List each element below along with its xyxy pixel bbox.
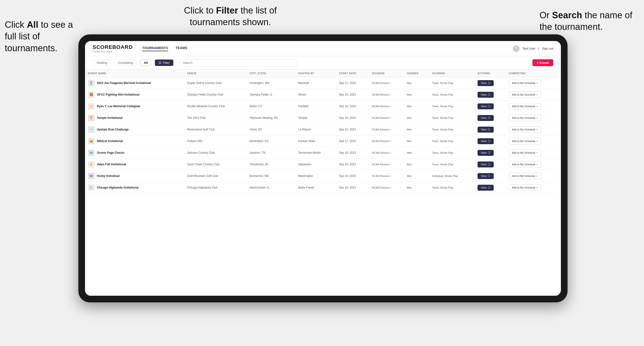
cell-division-7: NCAA Division I <box>369 159 404 170</box>
cell-competing-3: Add to My Schedule + <box>506 112 561 124</box>
col-venue: VENUE <box>184 69 247 77</box>
tablet-frame: SCOREBOARD Powered by clippd TOURNAMENTS… <box>78 34 568 302</box>
create-button[interactable]: + Create <box>532 59 553 66</box>
table-body: 🏌 2023 Joe Feaganes Marshall Invitationa… <box>85 77 561 193</box>
cell-hosted-3: Temple <box>295 112 336 124</box>
plus-icon-3: + <box>536 116 538 120</box>
cell-gender-2: Men <box>404 101 429 112</box>
user-label: Test User <box>522 47 536 50</box>
add-schedule-button-9[interactable]: Add to My Schedule + <box>509 184 542 191</box>
cell-division-8: NCAA Division I <box>369 170 404 182</box>
cell-event-name-9: C Chicago Highlands Invitational <box>85 182 184 193</box>
add-schedule-button-0[interactable]: Add to My Schedule + <box>509 80 542 86</box>
event-name-6: Grover Page Classic <box>97 151 125 154</box>
event-name-7: Valpo Fall Invitational <box>97 163 126 166</box>
add-schedule-button-8[interactable]: Add to My Schedule + <box>509 173 542 179</box>
filter-icon: ☰ <box>159 61 162 64</box>
annotation-topcenter: Click to Filter the list of tournaments … <box>162 5 299 28</box>
signout-link[interactable]: Sign out <box>542 47 553 50</box>
event-name-4: Upstate Dual Challenge <box>97 128 129 131</box>
table-row: C Chicago Highlands Invitational Chicago… <box>85 182 561 193</box>
team-logo-4: ~ <box>88 126 94 133</box>
table-row: ~ Upstate Dual Challenge Ravenwood Golf … <box>85 124 561 135</box>
event-name-1: OFCC Fighting Illini Invitational <box>97 93 140 96</box>
view-button-9[interactable]: View ⓘ <box>478 185 494 191</box>
cell-event-name-7: V Valpo Fall Invitational <box>85 159 184 170</box>
table-row: 🐱 Wildcat Invitational Colbert Hills Man… <box>85 135 561 147</box>
view-button-3[interactable]: View ⓘ <box>478 115 494 121</box>
add-schedule-button-5[interactable]: Add to My Schedule + <box>509 138 542 145</box>
cell-hosted-4: Le Moyne <box>295 124 336 135</box>
info-icon-5: ⓘ <box>488 140 490 143</box>
cell-venue-6: Jackson Country Club <box>184 147 247 159</box>
add-schedule-button-3[interactable]: Add to My Schedule + <box>509 115 542 121</box>
tab-all[interactable]: All <box>140 59 152 66</box>
nav-links: TOURNAMENTS TEAMS <box>142 46 187 51</box>
cell-city-7: Chesterton, IN <box>247 159 295 170</box>
filter-button[interactable]: ☰ Filter <box>155 59 174 66</box>
tab-competing[interactable]: Competing <box>114 59 137 66</box>
cell-actions-2: View ⓘ <box>475 101 506 112</box>
view-button-8[interactable]: View ⓘ <box>478 173 494 179</box>
col-division: DIVISION <box>369 69 404 77</box>
col-gender: GENDER <box>404 69 429 77</box>
info-icon-8: ⓘ <box>488 174 490 178</box>
info-icon-6: ⓘ <box>488 151 490 155</box>
cell-hosted-2: Fairfield <box>295 101 336 112</box>
cell-competing-9: Add to My Schedule + <box>506 182 561 193</box>
header-left: SCOREBOARD Powered by clippd TOURNAMENTS… <box>92 44 187 53</box>
nav-tournaments[interactable]: TOURNAMENTS <box>142 46 168 51</box>
team-logo-0: 🏌 <box>88 80 94 86</box>
cell-venue-3: The 1912 Club <box>184 112 247 124</box>
view-button-5[interactable]: View ⓘ <box>478 138 494 144</box>
cell-scoring-7: Team, Stroke Play <box>429 159 475 170</box>
event-name-0: 2023 Joe Feaganes Marshall Invitational <box>97 81 151 85</box>
cell-event-name-3: T Temple Invitational <box>85 112 184 124</box>
view-button-7[interactable]: View ⓘ <box>478 162 494 168</box>
view-button-1[interactable]: View ⓘ <box>478 92 494 98</box>
info-icon-7: ⓘ <box>488 163 490 166</box>
table-row: V Valpo Fall Invitational Sand Creek Cou… <box>85 159 561 170</box>
cell-city-8: Bremerton, WA <box>247 170 295 182</box>
header-right: T Test User | Sign out <box>513 45 553 52</box>
col-scoring: SCORING <box>429 69 475 77</box>
view-button-4[interactable]: View ⓘ <box>478 127 494 133</box>
plus-icon-6: + <box>536 151 538 155</box>
cell-scoring-9: Team, Stroke Play <box>429 182 475 193</box>
cell-actions-4: View ⓘ <box>475 124 506 135</box>
add-schedule-button-7[interactable]: Add to My Schedule + <box>509 161 542 168</box>
cell-scoring-4: Team, Stroke Play <box>429 124 475 135</box>
cell-actions-1: View ⓘ <box>475 89 506 101</box>
nav-teams[interactable]: TEAMS <box>176 46 187 51</box>
col-event-name: EVENT NAME <box>85 69 184 77</box>
cell-scoring-0: Team, Stroke Play <box>429 77 475 89</box>
table-header-row: EVENT NAME VENUE CITY, STATE HOSTED BY S… <box>85 69 561 77</box>
tab-hosting[interactable]: Hosting <box>92 59 111 66</box>
event-name-2: Ryan T. Lee Memorial Collegiate <box>97 105 140 108</box>
cell-event-name-4: ~ Upstate Dual Challenge <box>85 124 184 135</box>
add-schedule-button-4[interactable]: Add to My Schedule + <box>509 126 542 133</box>
add-schedule-button-1[interactable]: Add to My Schedule + <box>509 91 542 98</box>
table-container: EVENT NAME VENUE CITY, STATE HOSTED BY S… <box>85 69 561 296</box>
view-button-6[interactable]: View ⓘ <box>478 150 494 156</box>
cell-hosted-8: Washington <box>295 170 336 182</box>
search-input[interactable] <box>179 59 298 66</box>
view-button-0[interactable]: View ⓘ <box>478 80 494 86</box>
cell-event-name-2: ⚡ Ryan T. Lee Memorial Collegiate <box>85 101 184 112</box>
add-schedule-button-2[interactable]: Add to My Schedule + <box>509 103 542 110</box>
view-button-2[interactable]: View ⓘ <box>478 103 494 109</box>
col-city-state: CITY, STATE <box>247 69 295 77</box>
add-schedule-button-6[interactable]: Add to My Schedule + <box>509 149 542 156</box>
cell-division-9: NCAA Division I <box>369 182 404 193</box>
cell-hosted-7: Valparaiso <box>295 159 336 170</box>
table-row: T Temple Invitational The 1912 Club Plym… <box>85 112 561 124</box>
info-icon-2: ⓘ <box>488 105 490 108</box>
cell-scoring-6: Team, Stroke Play <box>429 147 475 159</box>
cell-scoring-2: Team, Stroke Play <box>429 101 475 112</box>
info-icon-9: ⓘ <box>488 186 490 189</box>
cell-competing-2: Add to My Schedule + <box>506 101 561 112</box>
cell-venue-4: Ravenwood Golf Club <box>184 124 247 135</box>
event-name-5: Wildcat Invitational <box>97 140 123 143</box>
cell-city-6: Jackson, TN <box>247 147 295 159</box>
logo-sub: Powered by clippd <box>92 50 133 53</box>
